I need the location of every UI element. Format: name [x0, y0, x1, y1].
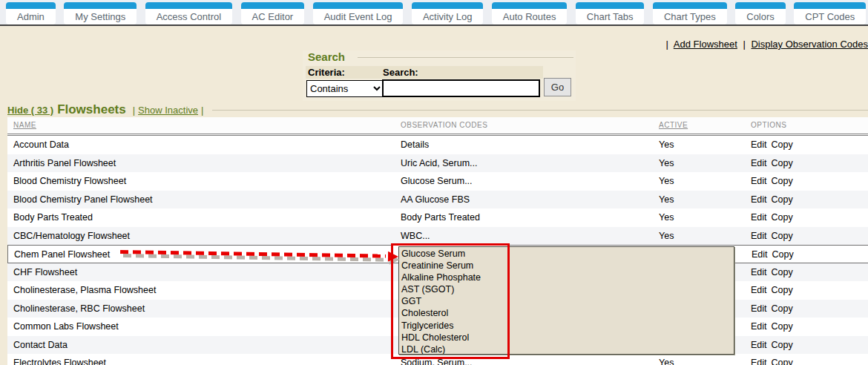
active-cell: Yes — [659, 158, 674, 168]
tab-auto-routes[interactable]: Auto Routes — [492, 2, 568, 24]
edit-link[interactable]: Edit — [751, 340, 767, 350]
active-cell: Yes — [659, 194, 674, 205]
edit-link[interactable]: Edit — [751, 212, 767, 223]
page-title: Flowsheets — [57, 102, 126, 117]
copy-link[interactable]: Copy — [772, 303, 793, 314]
tab-ac-editor[interactable]: AC Editor — [241, 2, 305, 24]
options-cell: EditCopy — [751, 285, 798, 295]
add-flowsheet-link[interactable]: Add Flowsheet — [674, 39, 737, 50]
search-label-strip: Criteria: Search: — [306, 66, 543, 79]
separator: | — [133, 105, 135, 116]
copy-link[interactable]: Copy — [772, 249, 794, 260]
separator: | — [743, 39, 745, 50]
flowsheet-name: Blood Chemistry Panel Flowsheet — [13, 194, 153, 205]
flowsheet-name: Contact Data — [13, 340, 68, 350]
edit-link[interactable]: Edit — [751, 303, 767, 314]
tab-bar: Admin My Settings Access Control AC Edit… — [0, 0, 868, 26]
flowsheet-name: Chem Panel Flowsheet — [14, 249, 110, 260]
options-cell: EditCopy — [751, 231, 798, 241]
options-cell: EditCopy — [751, 139, 798, 150]
active-cell: Yes — [659, 176, 674, 186]
criteria-label: Criteria: — [308, 67, 345, 78]
search-input[interactable] — [382, 79, 540, 97]
table-row: Account DataDetailsYesEditCopy — [7, 136, 868, 154]
copy-link[interactable]: Copy — [772, 321, 793, 332]
criteria-select[interactable]: Contains — [306, 80, 384, 97]
column-header-options: OPTIONS — [751, 121, 787, 129]
heading-divider — [212, 110, 868, 111]
flowsheet-name: CBC/Hematology Flowsheet — [13, 231, 130, 241]
tab-colors[interactable]: Colors — [735, 2, 786, 24]
table-row: Blood Chemistry Panel FlowsheetAA Glucos… — [7, 191, 868, 209]
flowsheet-name: Blood Chemistry Flowsheet — [13, 176, 126, 186]
column-header-active[interactable]: ACTIVE — [659, 121, 688, 129]
flowsheet-name: CHF Flowsheet — [13, 267, 77, 277]
column-header-name[interactable]: NAME — [13, 121, 36, 129]
flowsheet-name: Cholinesterase, RBC Flowsheet — [13, 303, 145, 314]
copy-link[interactable]: Copy — [772, 231, 793, 241]
search-panel: Search Criteria: Search: Contains Go — [303, 50, 576, 101]
edit-link[interactable]: Edit — [751, 176, 767, 186]
flowsheet-name: Arthritis Panel Flowsheet — [13, 158, 116, 168]
active-cell: Yes — [659, 358, 674, 365]
options-cell: EditCopy — [752, 249, 798, 260]
copy-link[interactable]: Copy — [772, 194, 793, 205]
separator: | — [201, 105, 203, 116]
edit-link[interactable]: Edit — [751, 139, 767, 150]
show-inactive-link[interactable]: Show Inactive — [138, 105, 198, 116]
options-cell: EditCopy — [751, 303, 798, 314]
flowsheet-name: Common Labs Flowsheet — [13, 321, 119, 332]
admin-flowsheets-screen: Admin My Settings Access Control AC Edit… — [0, 0, 868, 365]
observation-codes-cell: Body Parts Treated — [401, 212, 480, 223]
edit-link[interactable]: Edit — [751, 231, 767, 241]
edit-link[interactable]: Edit — [751, 194, 767, 205]
header-action-links: | Add Flowsheet | Display Observation Co… — [663, 39, 868, 50]
legend-divider — [358, 57, 573, 58]
copy-link[interactable]: Copy — [772, 267, 793, 277]
tab-access-control[interactable]: Access Control — [145, 2, 232, 24]
tab-audit-event-log[interactable]: Audit Event Log — [313, 2, 404, 24]
table-row: Body Parts TreatedBody Parts TreatedYesE… — [7, 208, 868, 227]
search-label: Search: — [383, 67, 418, 78]
edit-link[interactable]: Edit — [751, 285, 767, 295]
table-row: Arthritis Panel FlowsheetUric Acid, Seru… — [7, 154, 868, 173]
tab-chart-tabs[interactable]: Chart Tabs — [576, 2, 645, 24]
options-cell: EditCopy — [751, 176, 798, 186]
edit-link[interactable]: Edit — [751, 358, 767, 365]
annotation-red-rectangle — [391, 243, 510, 359]
copy-link[interactable]: Copy — [772, 139, 793, 150]
flowsheets-heading-bar: Hide ( 33 ) Flowsheets | Show Inactive | — [7, 102, 868, 117]
tab-activity-log[interactable]: Activity Log — [412, 2, 483, 24]
search-legend: Search — [308, 50, 345, 63]
flowsheet-name: Electrolytes Flowsheet — [13, 358, 106, 365]
copy-link[interactable]: Copy — [772, 285, 793, 295]
tab-my-settings[interactable]: My Settings — [64, 2, 137, 24]
tab-admin[interactable]: Admin — [6, 2, 56, 24]
copy-link[interactable]: Copy — [772, 340, 793, 350]
hide-count-link[interactable]: Hide ( 33 ) — [7, 105, 53, 116]
copy-link[interactable]: Copy — [772, 358, 793, 365]
edit-link[interactable]: Edit — [751, 267, 767, 277]
options-cell: EditCopy — [751, 212, 798, 223]
options-cell: EditCopy — [751, 267, 798, 277]
display-observation-codes-link[interactable]: Display Observation Codes — [751, 39, 868, 50]
flowsheet-name: Cholinesterase, Plasma Flowsheet — [13, 285, 156, 295]
copy-link[interactable]: Copy — [772, 176, 793, 186]
observation-codes-cell: Glucose Serum... — [401, 176, 473, 186]
options-cell: EditCopy — [751, 194, 798, 205]
table-row: CBC/Hematology FlowsheetWBC...YesEditCop… — [7, 227, 868, 246]
observation-codes-cell: Details — [401, 139, 429, 150]
active-cell: Yes — [659, 212, 674, 223]
copy-link[interactable]: Copy — [772, 158, 793, 168]
edit-link[interactable]: Edit — [751, 321, 767, 332]
tab-cpt-codes[interactable]: CPT Codes — [794, 2, 866, 24]
observation-codes-cell: Uric Acid, Serum... — [401, 158, 478, 168]
active-cell: Yes — [659, 231, 674, 241]
edit-link[interactable]: Edit — [751, 158, 767, 168]
edit-link[interactable]: Edit — [752, 249, 768, 260]
options-cell: EditCopy — [751, 358, 798, 365]
copy-link[interactable]: Copy — [772, 212, 793, 223]
options-cell: EditCopy — [751, 321, 798, 332]
go-button[interactable]: Go — [544, 78, 571, 96]
tab-chart-types[interactable]: Chart Types — [653, 2, 727, 24]
